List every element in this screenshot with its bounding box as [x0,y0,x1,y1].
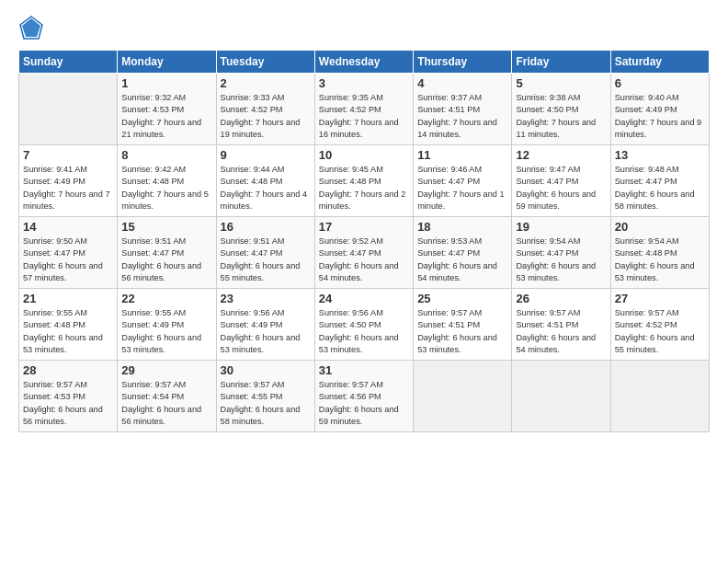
calendar-cell: 11 Sunrise: 9:46 AM Sunset: 4:47 PM Dayl… [414,145,512,217]
day-info: Sunrise: 9:50 AM Sunset: 4:47 PM Dayligh… [23,236,113,284]
day-number: 2 [221,76,311,90]
day-number: 7 [23,148,113,162]
day-number: 21 [23,292,113,305]
calendar-cell: 24 Sunrise: 9:56 AM Sunset: 4:50 PM Dayl… [314,289,413,361]
day-info: Sunrise: 9:56 AM Sunset: 4:49 PM Dayligh… [221,307,311,356]
calendar-week-3: 14 Sunrise: 9:50 AM Sunset: 4:47 PM Dayl… [19,217,710,289]
calendar-cell: 8 Sunrise: 9:42 AM Sunset: 4:48 PM Dayli… [118,145,216,217]
calendar-cell: 27 Sunrise: 9:57 AM Sunset: 4:52 PM Dayl… [610,289,709,361]
calendar-body: 1 Sunrise: 9:32 AM Sunset: 4:53 PM Dayli… [19,74,710,432]
calendar-cell: 18 Sunrise: 9:53 AM Sunset: 4:47 PM Dayl… [414,217,512,289]
day-info: Sunrise: 9:37 AM Sunset: 4:51 PM Dayligh… [417,92,507,141]
day-info: Sunrise: 9:38 AM Sunset: 4:50 PM Dayligh… [516,92,606,141]
calendar-cell: 17 Sunrise: 9:52 AM Sunset: 4:47 PM Dayl… [314,217,413,289]
calendar-cell: 30 Sunrise: 9:57 AM Sunset: 4:55 PM Dayl… [216,361,314,432]
day-number: 8 [121,148,211,162]
calendar-cell: 5 Sunrise: 9:38 AM Sunset: 4:50 PM Dayli… [512,74,610,145]
calendar-cell: 10 Sunrise: 9:45 AM Sunset: 4:48 PM Dayl… [314,145,413,217]
col-sunday: Sunday [19,51,118,74]
day-info: Sunrise: 9:46 AM Sunset: 4:47 PM Dayligh… [417,164,507,213]
calendar-cell: 23 Sunrise: 9:56 AM Sunset: 4:49 PM Dayl… [216,289,314,361]
calendar-cell: 25 Sunrise: 9:57 AM Sunset: 4:51 PM Dayl… [414,289,512,361]
day-number: 1 [121,76,211,90]
col-tuesday: Tuesday [216,51,314,74]
day-number: 26 [516,292,606,305]
day-info: Sunrise: 9:54 AM Sunset: 4:48 PM Dayligh… [615,236,705,284]
day-info: Sunrise: 9:57 AM Sunset: 4:56 PM Dayligh… [319,379,409,428]
calendar-cell: 7 Sunrise: 9:41 AM Sunset: 4:49 PM Dayli… [19,145,118,217]
day-number: 17 [319,220,409,234]
col-friday: Friday [512,51,610,74]
header-row-days: Sunday Monday Tuesday Wednesday Thursday… [19,51,710,74]
calendar-cell: 19 Sunrise: 9:54 AM Sunset: 4:47 PM Dayl… [512,217,610,289]
day-number: 4 [417,76,507,90]
calendar-cell: 1 Sunrise: 9:32 AM Sunset: 4:53 PM Dayli… [118,74,216,145]
day-number: 12 [516,148,606,162]
calendar-cell: 4 Sunrise: 9:37 AM Sunset: 4:51 PM Dayli… [414,74,512,145]
day-info: Sunrise: 9:52 AM Sunset: 4:47 PM Dayligh… [319,236,409,284]
col-monday: Monday [118,51,216,74]
calendar-cell: 3 Sunrise: 9:35 AM Sunset: 4:52 PM Dayli… [314,74,413,145]
col-thursday: Thursday [414,51,512,74]
calendar-week-2: 7 Sunrise: 9:41 AM Sunset: 4:49 PM Dayli… [19,145,710,217]
calendar-cell: 28 Sunrise: 9:57 AM Sunset: 4:53 PM Dayl… [19,361,118,432]
calendar-cell: 6 Sunrise: 9:40 AM Sunset: 4:49 PM Dayli… [610,74,709,145]
day-number: 9 [221,148,311,162]
calendar-cell: 29 Sunrise: 9:57 AM Sunset: 4:54 PM Dayl… [118,361,216,432]
calendar-cell: 9 Sunrise: 9:44 AM Sunset: 4:48 PM Dayli… [216,145,314,217]
day-number: 19 [516,220,606,234]
calendar-cell [512,361,610,432]
day-number: 13 [615,148,705,162]
day-number: 28 [23,363,113,377]
day-info: Sunrise: 9:57 AM Sunset: 4:53 PM Dayligh… [23,379,113,428]
calendar-cell: 14 Sunrise: 9:50 AM Sunset: 4:47 PM Dayl… [19,217,118,289]
day-number: 5 [516,76,606,90]
day-info: Sunrise: 9:45 AM Sunset: 4:48 PM Dayligh… [319,164,409,213]
main-container: Sunday Monday Tuesday Wednesday Thursday… [0,0,728,442]
calendar-cell [19,74,118,145]
day-info: Sunrise: 9:57 AM Sunset: 4:54 PM Dayligh… [121,379,211,428]
day-number: 31 [319,363,409,377]
calendar-cell: 16 Sunrise: 9:51 AM Sunset: 4:47 PM Dayl… [216,217,314,289]
calendar-week-5: 28 Sunrise: 9:57 AM Sunset: 4:53 PM Dayl… [19,361,710,432]
header-row [18,15,710,40]
day-number: 11 [417,148,507,162]
day-info: Sunrise: 9:33 AM Sunset: 4:52 PM Dayligh… [221,92,311,141]
day-info: Sunrise: 9:44 AM Sunset: 4:48 PM Dayligh… [221,164,311,213]
day-number: 29 [121,363,211,377]
day-info: Sunrise: 9:55 AM Sunset: 4:48 PM Dayligh… [23,307,113,356]
day-info: Sunrise: 9:40 AM Sunset: 4:49 PM Dayligh… [615,92,705,141]
day-info: Sunrise: 9:56 AM Sunset: 4:50 PM Dayligh… [319,307,409,356]
day-info: Sunrise: 9:57 AM Sunset: 4:55 PM Dayligh… [221,379,311,428]
day-number: 16 [221,220,311,234]
day-info: Sunrise: 9:32 AM Sunset: 4:53 PM Dayligh… [121,92,211,141]
calendar-cell: 12 Sunrise: 9:47 AM Sunset: 4:47 PM Dayl… [512,145,610,217]
day-number: 6 [615,76,705,90]
day-info: Sunrise: 9:42 AM Sunset: 4:48 PM Dayligh… [121,164,211,213]
day-number: 22 [121,292,211,305]
day-info: Sunrise: 9:57 AM Sunset: 4:52 PM Dayligh… [615,307,705,356]
day-number: 24 [319,292,409,305]
logo-icon [18,15,44,40]
calendar-cell: 20 Sunrise: 9:54 AM Sunset: 4:48 PM Dayl… [610,217,709,289]
calendar-cell [610,361,709,432]
calendar-cell [414,361,512,432]
day-number: 25 [417,292,507,305]
calendar-cell: 13 Sunrise: 9:48 AM Sunset: 4:47 PM Dayl… [610,145,709,217]
day-number: 3 [319,76,409,90]
day-number: 14 [23,220,113,234]
day-info: Sunrise: 9:41 AM Sunset: 4:49 PM Dayligh… [23,164,113,213]
logo [18,15,48,40]
day-number: 10 [319,148,409,162]
day-info: Sunrise: 9:55 AM Sunset: 4:49 PM Dayligh… [121,307,211,356]
calendar-cell: 21 Sunrise: 9:55 AM Sunset: 4:48 PM Dayl… [19,289,118,361]
day-info: Sunrise: 9:35 AM Sunset: 4:52 PM Dayligh… [319,92,409,141]
col-wednesday: Wednesday [314,51,413,74]
day-number: 23 [221,292,311,305]
day-number: 27 [615,292,705,305]
day-info: Sunrise: 9:57 AM Sunset: 4:51 PM Dayligh… [417,307,507,356]
day-info: Sunrise: 9:47 AM Sunset: 4:47 PM Dayligh… [516,164,606,213]
calendar-cell: 15 Sunrise: 9:51 AM Sunset: 4:47 PM Dayl… [118,217,216,289]
calendar-table: Sunday Monday Tuesday Wednesday Thursday… [18,50,710,432]
day-number: 30 [221,363,311,377]
